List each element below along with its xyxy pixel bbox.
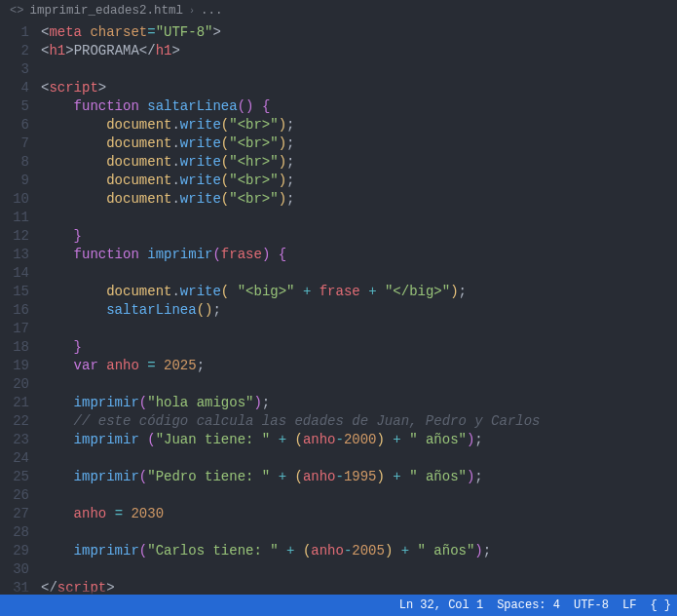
code-line[interactable]: function imprimir(frase) { (41, 246, 677, 264)
code-line[interactable] (41, 209, 677, 227)
code-line[interactable]: function saltarLinea() { (41, 97, 677, 116)
code-line[interactable]: document.write("<br>"); (41, 135, 677, 153)
line-number: 30 (0, 560, 41, 579)
line-number: 26 (0, 486, 41, 505)
status-cursor-position[interactable]: Ln 32, Col 1 (399, 598, 483, 612)
code-line[interactable]: document.write("<br>"); (41, 190, 677, 209)
line-number: 11 (0, 209, 41, 227)
line-number: 14 (0, 264, 41, 283)
code-line[interactable]: saltarLinea(); (41, 301, 677, 320)
code-line[interactable]: imprimir("Carlos tiene: " + (anho-2005) … (41, 542, 677, 560)
status-indentation[interactable]: Spaces: 4 (497, 598, 560, 612)
code-content[interactable]: <meta charset="UTF-8"><h1>PROGRAMA</h1><… (41, 21, 677, 595)
code-line[interactable] (41, 320, 677, 338)
line-number: 21 (0, 394, 41, 412)
line-number: 7 (0, 135, 41, 153)
code-line[interactable] (41, 264, 677, 283)
breadcrumb-rest[interactable]: ... (201, 4, 223, 18)
code-line[interactable]: document.write("<br>"); (41, 116, 677, 135)
line-number: 20 (0, 375, 41, 394)
code-line[interactable] (41, 449, 677, 468)
line-number: 29 (0, 542, 41, 560)
code-line[interactable] (41, 375, 677, 394)
code-line[interactable]: } (41, 338, 677, 357)
line-number: 25 (0, 468, 41, 486)
status-eol[interactable]: LF (622, 598, 636, 612)
line-number: 22 (0, 412, 41, 431)
line-number: 3 (0, 60, 41, 79)
line-number: 27 (0, 505, 41, 523)
line-number: 12 (0, 227, 41, 246)
line-number: 18 (0, 338, 41, 357)
code-line[interactable] (41, 60, 677, 79)
code-line[interactable]: imprimir ("Juan tiene: " + (anho-2000) +… (41, 431, 677, 449)
line-number: 10 (0, 190, 41, 209)
line-number: 23 (0, 431, 41, 449)
line-number: 17 (0, 320, 41, 338)
code-line[interactable]: <script> (41, 79, 677, 97)
code-line[interactable] (41, 523, 677, 542)
code-line[interactable] (41, 560, 677, 579)
code-editor[interactable]: 1234567891011121314151617181920212223242… (0, 21, 677, 595)
line-number: 19 (0, 357, 41, 375)
code-line[interactable]: document.write( "<big>" + frase + "</big… (41, 283, 677, 301)
chevron-right-icon: › (189, 6, 195, 17)
line-number: 9 (0, 172, 41, 190)
code-line[interactable]: // este código calcula las edades de Jua… (41, 412, 677, 431)
code-line[interactable]: document.write("<hr>"); (41, 153, 677, 172)
line-number: 2 (0, 42, 41, 60)
line-number: 1 (0, 23, 41, 42)
code-line[interactable]: var anho = 2025; (41, 357, 677, 375)
code-line[interactable]: imprimir("Pedro tiene: " + (anho-1995) +… (41, 468, 677, 486)
line-number: 6 (0, 116, 41, 135)
status-encoding[interactable]: UTF-8 (574, 598, 609, 612)
code-line[interactable]: <h1>PROGRAMA</h1> (41, 42, 677, 60)
line-number-gutter: 1234567891011121314151617181920212223242… (0, 21, 41, 595)
code-line[interactable]: anho = 2030 (41, 505, 677, 523)
code-line[interactable]: </script> (41, 579, 677, 595)
code-file-icon: <> (10, 4, 23, 18)
status-bar: Ln 32, Col 1 Spaces: 4 UTF-8 LF { } (0, 595, 677, 616)
breadcrumb[interactable]: <> imprimir_edades2.html › ... (0, 0, 677, 21)
line-number: 28 (0, 523, 41, 542)
code-line[interactable]: <meta charset="UTF-8"> (41, 23, 677, 42)
code-line[interactable] (41, 486, 677, 505)
breadcrumb-filename[interactable]: imprimir_edades2.html (29, 4, 183, 18)
line-number: 15 (0, 283, 41, 301)
code-line[interactable]: imprimir("hola amigos"); (41, 394, 677, 412)
line-number: 16 (0, 301, 41, 320)
line-number: 13 (0, 246, 41, 264)
line-number: 4 (0, 79, 41, 97)
line-number: 8 (0, 153, 41, 172)
status-language-icon[interactable]: { } (650, 598, 671, 612)
line-number: 5 (0, 97, 41, 116)
code-line[interactable]: } (41, 227, 677, 246)
line-number: 24 (0, 449, 41, 468)
code-line[interactable]: document.write("<br>"); (41, 172, 677, 190)
